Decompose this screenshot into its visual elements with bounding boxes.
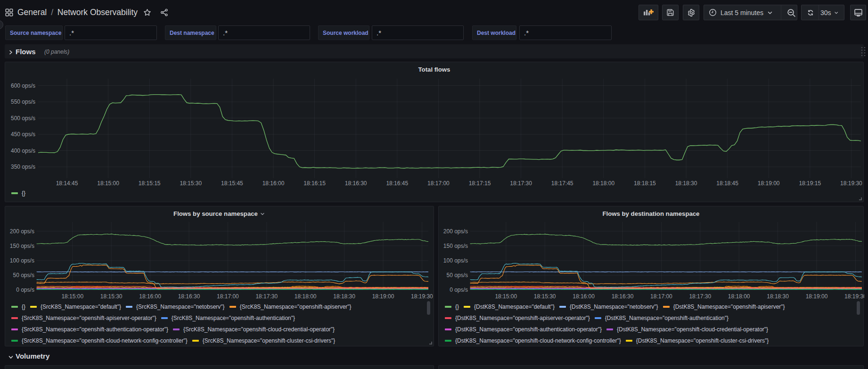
svg-text:18:19:15: 18:19:15 xyxy=(799,180,821,187)
svg-text:550 ops/s: 550 ops/s xyxy=(11,98,35,105)
svg-text:200 ops/s: 200 ops/s xyxy=(10,228,34,235)
svg-text:18:16:45: 18:16:45 xyxy=(386,180,408,187)
svg-text:18:19:00: 18:19:00 xyxy=(758,180,780,187)
svg-text:18:17:00: 18:17:00 xyxy=(650,293,672,300)
svg-text:18:16:30: 18:16:30 xyxy=(178,293,200,300)
svg-text:18:16:00: 18:16:00 xyxy=(262,180,285,187)
svg-text:50 ops/s: 50 ops/s xyxy=(13,272,34,279)
svg-text:200 ops/s: 200 ops/s xyxy=(443,228,468,235)
svg-text:100 ops/s: 100 ops/s xyxy=(443,257,468,264)
svg-text:18:17:30: 18:17:30 xyxy=(255,293,278,300)
svg-text:18:19:00: 18:19:00 xyxy=(806,293,828,300)
svg-text:50 ops/s: 50 ops/s xyxy=(447,272,468,279)
svg-text:18:16:30: 18:16:30 xyxy=(345,180,367,187)
svg-text:18:18:30: 18:18:30 xyxy=(767,293,789,300)
svg-text:18:18:00: 18:18:00 xyxy=(592,180,614,187)
svg-text:18:15:30: 18:15:30 xyxy=(180,180,202,187)
svg-text:18:19:00: 18:19:00 xyxy=(372,293,394,300)
svg-text:100 ops/s: 100 ops/s xyxy=(10,257,34,264)
svg-text:18:19:30: 18:19:30 xyxy=(411,293,433,300)
svg-text:18:17:15: 18:17:15 xyxy=(469,180,491,187)
svg-text:18:16:00: 18:16:00 xyxy=(139,293,161,300)
svg-text:18:15:15: 18:15:15 xyxy=(139,180,161,187)
svg-text:0 ops/s: 0 ops/s xyxy=(16,287,34,293)
svg-text:18:18:00: 18:18:00 xyxy=(728,293,750,300)
svg-text:18:18:00: 18:18:00 xyxy=(295,293,317,300)
svg-text:18:15:30: 18:15:30 xyxy=(100,293,123,300)
svg-text:18:17:45: 18:17:45 xyxy=(551,180,573,187)
svg-text:18:18:15: 18:18:15 xyxy=(634,180,656,187)
svg-text:18:17:00: 18:17:00 xyxy=(427,180,450,187)
svg-text:18:15:30: 18:15:30 xyxy=(534,293,556,300)
svg-text:18:15:00: 18:15:00 xyxy=(495,293,517,300)
svg-text:400 ops/s: 400 ops/s xyxy=(11,148,35,154)
svg-text:18:16:00: 18:16:00 xyxy=(573,293,595,300)
svg-text:18:15:45: 18:15:45 xyxy=(221,180,243,187)
svg-text:18:19:30: 18:19:30 xyxy=(844,293,864,300)
svg-text:18:19:30: 18:19:30 xyxy=(840,180,862,187)
svg-text:150 ops/s: 150 ops/s xyxy=(443,243,468,249)
svg-text:18:17:00: 18:17:00 xyxy=(217,293,239,300)
svg-text:0 ops/s: 0 ops/s xyxy=(450,287,468,293)
svg-text:18:18:30: 18:18:30 xyxy=(675,180,697,187)
svg-text:18:18:30: 18:18:30 xyxy=(333,293,355,300)
svg-text:18:15:00: 18:15:00 xyxy=(97,180,119,187)
svg-text:18:16:30: 18:16:30 xyxy=(612,293,634,300)
svg-text:18:14:45: 18:14:45 xyxy=(56,180,78,187)
svg-text:18:16:15: 18:16:15 xyxy=(303,180,326,187)
svg-text:450 ops/s: 450 ops/s xyxy=(11,131,35,138)
svg-text:18:17:30: 18:17:30 xyxy=(510,180,532,187)
svg-text:18:15:00: 18:15:00 xyxy=(61,293,83,300)
svg-text:150 ops/s: 150 ops/s xyxy=(10,243,34,249)
svg-text:350 ops/s: 350 ops/s xyxy=(11,164,35,170)
svg-text:18:18:45: 18:18:45 xyxy=(716,180,738,187)
svg-text:18:17:30: 18:17:30 xyxy=(689,293,711,300)
svg-text:600 ops/s: 600 ops/s xyxy=(11,82,35,89)
svg-text:500 ops/s: 500 ops/s xyxy=(11,115,35,122)
